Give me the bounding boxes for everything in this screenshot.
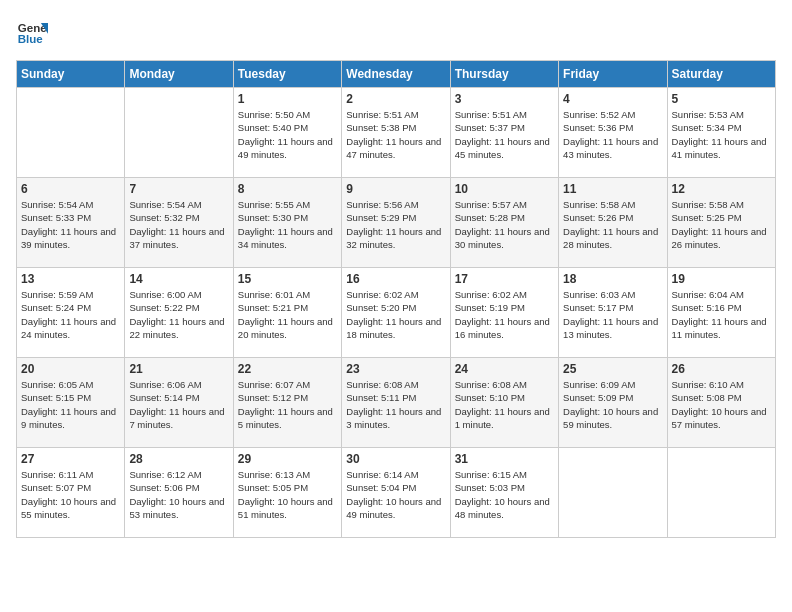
calendar-week-3: 13Sunrise: 5:59 AMSunset: 5:24 PMDayligh… (17, 268, 776, 358)
day-info: Sunrise: 6:02 AMSunset: 5:20 PMDaylight:… (346, 288, 445, 341)
day-info: Sunrise: 5:58 AMSunset: 5:25 PMDaylight:… (672, 198, 771, 251)
day-number: 24 (455, 362, 554, 376)
calendar-week-4: 20Sunrise: 6:05 AMSunset: 5:15 PMDayligh… (17, 358, 776, 448)
calendar-cell: 8Sunrise: 5:55 AMSunset: 5:30 PMDaylight… (233, 178, 341, 268)
calendar-cell: 31Sunrise: 6:15 AMSunset: 5:03 PMDayligh… (450, 448, 558, 538)
day-info: Sunrise: 6:04 AMSunset: 5:16 PMDaylight:… (672, 288, 771, 341)
day-info: Sunrise: 6:06 AMSunset: 5:14 PMDaylight:… (129, 378, 228, 431)
day-number: 9 (346, 182, 445, 196)
calendar-cell: 2Sunrise: 5:51 AMSunset: 5:38 PMDaylight… (342, 88, 450, 178)
day-number: 2 (346, 92, 445, 106)
calendar-cell: 19Sunrise: 6:04 AMSunset: 5:16 PMDayligh… (667, 268, 775, 358)
day-info: Sunrise: 6:11 AMSunset: 5:07 PMDaylight:… (21, 468, 120, 521)
calendar-cell: 25Sunrise: 6:09 AMSunset: 5:09 PMDayligh… (559, 358, 667, 448)
day-info: Sunrise: 5:51 AMSunset: 5:37 PMDaylight:… (455, 108, 554, 161)
day-number: 11 (563, 182, 662, 196)
day-info: Sunrise: 5:53 AMSunset: 5:34 PMDaylight:… (672, 108, 771, 161)
day-number: 18 (563, 272, 662, 286)
day-info: Sunrise: 6:01 AMSunset: 5:21 PMDaylight:… (238, 288, 337, 341)
calendar-cell: 18Sunrise: 6:03 AMSunset: 5:17 PMDayligh… (559, 268, 667, 358)
day-number: 25 (563, 362, 662, 376)
calendar-cell: 5Sunrise: 5:53 AMSunset: 5:34 PMDaylight… (667, 88, 775, 178)
calendar-cell: 12Sunrise: 5:58 AMSunset: 5:25 PMDayligh… (667, 178, 775, 268)
day-number: 1 (238, 92, 337, 106)
calendar-cell (559, 448, 667, 538)
calendar-cell: 15Sunrise: 6:01 AMSunset: 5:21 PMDayligh… (233, 268, 341, 358)
logo: General Blue (16, 16, 48, 48)
day-info: Sunrise: 5:55 AMSunset: 5:30 PMDaylight:… (238, 198, 337, 251)
calendar-cell: 20Sunrise: 6:05 AMSunset: 5:15 PMDayligh… (17, 358, 125, 448)
day-number: 5 (672, 92, 771, 106)
calendar-cell: 4Sunrise: 5:52 AMSunset: 5:36 PMDaylight… (559, 88, 667, 178)
calendar-cell: 11Sunrise: 5:58 AMSunset: 5:26 PMDayligh… (559, 178, 667, 268)
day-info: Sunrise: 6:14 AMSunset: 5:04 PMDaylight:… (346, 468, 445, 521)
day-number: 27 (21, 452, 120, 466)
calendar-cell (17, 88, 125, 178)
day-info: Sunrise: 6:07 AMSunset: 5:12 PMDaylight:… (238, 378, 337, 431)
day-info: Sunrise: 5:51 AMSunset: 5:38 PMDaylight:… (346, 108, 445, 161)
svg-text:Blue: Blue (18, 33, 44, 45)
day-info: Sunrise: 6:10 AMSunset: 5:08 PMDaylight:… (672, 378, 771, 431)
day-info: Sunrise: 6:05 AMSunset: 5:15 PMDaylight:… (21, 378, 120, 431)
day-number: 21 (129, 362, 228, 376)
weekday-header-thursday: Thursday (450, 61, 558, 88)
logo-icon: General Blue (16, 16, 48, 48)
calendar-cell (667, 448, 775, 538)
calendar-cell: 30Sunrise: 6:14 AMSunset: 5:04 PMDayligh… (342, 448, 450, 538)
calendar-cell: 13Sunrise: 5:59 AMSunset: 5:24 PMDayligh… (17, 268, 125, 358)
day-info: Sunrise: 5:54 AMSunset: 5:32 PMDaylight:… (129, 198, 228, 251)
day-number: 29 (238, 452, 337, 466)
day-number: 28 (129, 452, 228, 466)
day-number: 3 (455, 92, 554, 106)
calendar-cell: 14Sunrise: 6:00 AMSunset: 5:22 PMDayligh… (125, 268, 233, 358)
calendar-cell: 22Sunrise: 6:07 AMSunset: 5:12 PMDayligh… (233, 358, 341, 448)
day-number: 15 (238, 272, 337, 286)
calendar-cell: 26Sunrise: 6:10 AMSunset: 5:08 PMDayligh… (667, 358, 775, 448)
weekday-header-monday: Monday (125, 61, 233, 88)
calendar-week-1: 1Sunrise: 5:50 AMSunset: 5:40 PMDaylight… (17, 88, 776, 178)
calendar-table: SundayMondayTuesdayWednesdayThursdayFrid… (16, 60, 776, 538)
day-info: Sunrise: 6:02 AMSunset: 5:19 PMDaylight:… (455, 288, 554, 341)
weekday-header-wednesday: Wednesday (342, 61, 450, 88)
day-number: 20 (21, 362, 120, 376)
calendar-cell: 28Sunrise: 6:12 AMSunset: 5:06 PMDayligh… (125, 448, 233, 538)
day-number: 14 (129, 272, 228, 286)
day-info: Sunrise: 6:12 AMSunset: 5:06 PMDaylight:… (129, 468, 228, 521)
calendar-cell: 9Sunrise: 5:56 AMSunset: 5:29 PMDaylight… (342, 178, 450, 268)
day-number: 12 (672, 182, 771, 196)
day-number: 23 (346, 362, 445, 376)
calendar-cell: 27Sunrise: 6:11 AMSunset: 5:07 PMDayligh… (17, 448, 125, 538)
day-info: Sunrise: 5:54 AMSunset: 5:33 PMDaylight:… (21, 198, 120, 251)
day-number: 19 (672, 272, 771, 286)
calendar-cell (125, 88, 233, 178)
weekday-header-sunday: Sunday (17, 61, 125, 88)
day-info: Sunrise: 6:13 AMSunset: 5:05 PMDaylight:… (238, 468, 337, 521)
calendar-cell: 16Sunrise: 6:02 AMSunset: 5:20 PMDayligh… (342, 268, 450, 358)
calendar-cell: 7Sunrise: 5:54 AMSunset: 5:32 PMDaylight… (125, 178, 233, 268)
calendar-cell: 6Sunrise: 5:54 AMSunset: 5:33 PMDaylight… (17, 178, 125, 268)
day-number: 8 (238, 182, 337, 196)
day-number: 17 (455, 272, 554, 286)
day-number: 16 (346, 272, 445, 286)
day-info: Sunrise: 5:57 AMSunset: 5:28 PMDaylight:… (455, 198, 554, 251)
calendar-cell: 21Sunrise: 6:06 AMSunset: 5:14 PMDayligh… (125, 358, 233, 448)
day-number: 10 (455, 182, 554, 196)
day-number: 7 (129, 182, 228, 196)
calendar-cell: 23Sunrise: 6:08 AMSunset: 5:11 PMDayligh… (342, 358, 450, 448)
page-header: General Blue (16, 16, 776, 48)
calendar-cell: 1Sunrise: 5:50 AMSunset: 5:40 PMDaylight… (233, 88, 341, 178)
day-number: 31 (455, 452, 554, 466)
day-info: Sunrise: 6:08 AMSunset: 5:11 PMDaylight:… (346, 378, 445, 431)
day-number: 4 (563, 92, 662, 106)
day-number: 13 (21, 272, 120, 286)
day-info: Sunrise: 6:09 AMSunset: 5:09 PMDaylight:… (563, 378, 662, 431)
day-info: Sunrise: 5:52 AMSunset: 5:36 PMDaylight:… (563, 108, 662, 161)
calendar-cell: 10Sunrise: 5:57 AMSunset: 5:28 PMDayligh… (450, 178, 558, 268)
day-info: Sunrise: 6:08 AMSunset: 5:10 PMDaylight:… (455, 378, 554, 431)
day-info: Sunrise: 6:00 AMSunset: 5:22 PMDaylight:… (129, 288, 228, 341)
day-info: Sunrise: 6:03 AMSunset: 5:17 PMDaylight:… (563, 288, 662, 341)
day-info: Sunrise: 5:58 AMSunset: 5:26 PMDaylight:… (563, 198, 662, 251)
day-info: Sunrise: 5:50 AMSunset: 5:40 PMDaylight:… (238, 108, 337, 161)
day-number: 26 (672, 362, 771, 376)
weekday-header-tuesday: Tuesday (233, 61, 341, 88)
